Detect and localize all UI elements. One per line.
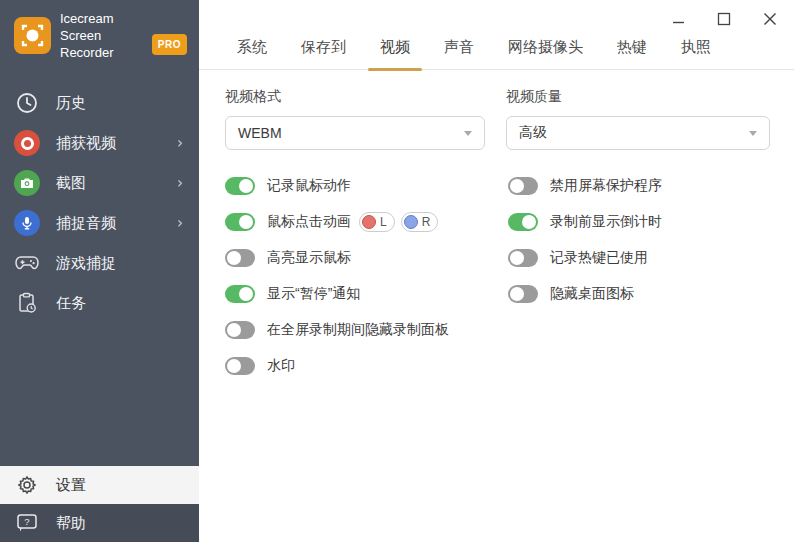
watermark-toggle[interactable]: [225, 357, 255, 375]
highlight-mouse-toggle[interactable]: [225, 249, 255, 267]
sidebar-bottom: 设置 ? 帮助: [0, 466, 199, 542]
video-quality-value: 高级: [519, 124, 547, 142]
left-click-letter: L: [380, 215, 387, 229]
sidebar-item-capture-video[interactable]: 捕获视频 ›: [0, 123, 199, 163]
toggle-row-show-pause-notification: 显示“暂停”通知: [225, 283, 508, 305]
toggle-label: 禁用屏幕保护程序: [550, 177, 662, 195]
gamepad-icon: [14, 250, 40, 276]
video-settings-content: 视频格式 WEBM 视频质量 高级: [199, 70, 794, 391]
minimize-button[interactable]: [666, 8, 690, 30]
toggle-label: 隐藏桌面图标: [550, 285, 634, 303]
disable-screensaver-toggle[interactable]: [508, 177, 538, 195]
sidebar: Icecream Screen Recorder PRO 历史 捕获视频 ›: [0, 0, 199, 542]
right-click-color-badge[interactable]: R: [401, 212, 439, 232]
screenshot-icon: [14, 170, 40, 196]
sidebar-item-label: 历史: [56, 94, 86, 113]
main-panel: 系统 保存到 视频 声音 网络摄像头 热键 执照 视频格式 WEBM 视频质量: [199, 0, 794, 542]
app-title-line1: Icecream: [60, 10, 187, 27]
gear-icon: [14, 474, 40, 496]
dropdown-arrow-icon: [464, 131, 472, 136]
toggle-row-hide-panel-fullscreen: 在全屏录制期间隐藏录制面板: [225, 319, 508, 341]
video-format-label: 视频格式: [225, 88, 506, 106]
sidebar-item-label: 设置: [56, 476, 86, 495]
toggle-row-mouse-click-animation: 鼠标点击动画 L R: [225, 211, 508, 233]
sidebar-item-help[interactable]: ? 帮助: [0, 504, 199, 542]
toggle-column-right: 禁用屏幕保护程序 录制前显示倒计时 记录热键已使用 隐藏桌面图标: [508, 175, 662, 391]
record-icon: [14, 130, 40, 156]
history-icon: [14, 90, 40, 116]
tab-video[interactable]: 视频: [378, 38, 412, 69]
app-logo-icon: [14, 17, 51, 54]
video-format-select[interactable]: WEBM: [225, 116, 485, 150]
sidebar-item-label: 截图: [56, 174, 86, 193]
toggle-row-countdown-before-recording: 录制前显示倒计时: [508, 211, 662, 233]
sidebar-item-game-capture[interactable]: 游戏捕捉: [0, 243, 199, 283]
toggle-label: 记录热键已使用: [550, 249, 648, 267]
video-quality-select[interactable]: 高级: [506, 116, 770, 150]
microphone-icon: [14, 210, 40, 236]
toggle-row-record-mouse-movements: 记录鼠标动作: [225, 175, 508, 197]
maximize-button[interactable]: [712, 8, 736, 30]
toggle-row-highlight-mouse: 高亮显示鼠标: [225, 247, 508, 269]
chevron-right-icon: ›: [177, 174, 183, 192]
close-button[interactable]: [758, 8, 782, 30]
toggle-row-disable-screensaver: 禁用屏幕保护程序: [508, 175, 662, 197]
sidebar-item-label: 帮助: [56, 514, 86, 533]
pro-badge: PRO: [152, 34, 187, 55]
sidebar-item-label: 游戏捕捉: [56, 254, 116, 273]
settings-tabs: 系统 保存到 视频 声音 网络摄像头 热键 执照: [199, 38, 794, 70]
toggle-column-left: 记录鼠标动作 鼠标点击动画 L R: [225, 175, 508, 391]
app-title: Icecream Screen Recorder PRO: [60, 10, 187, 61]
tab-hotkeys[interactable]: 热键: [615, 38, 649, 69]
app-title-line2: Screen Recorder: [60, 27, 146, 61]
toggle-label: 录制前显示倒计时: [550, 213, 662, 231]
toggle-label: 记录鼠标动作: [267, 177, 351, 195]
sidebar-item-tasks[interactable]: 任务: [0, 283, 199, 323]
toggle-label: 水印: [267, 357, 295, 375]
app-logo: Icecream Screen Recorder PRO: [0, 0, 199, 69]
record-mouse-movements-toggle[interactable]: [225, 177, 255, 195]
hide-desktop-icons-toggle[interactable]: [508, 285, 538, 303]
toggle-row-watermark: 水印: [225, 355, 508, 377]
toggle-label: 鼠标点击动画: [267, 213, 351, 231]
sidebar-menu: 历史 捕获视频 › 截图 ›: [0, 83, 199, 323]
hide-panel-fullscreen-toggle[interactable]: [225, 321, 255, 339]
show-pause-notification-toggle[interactable]: [225, 285, 255, 303]
video-quality-field: 视频质量 高级: [506, 88, 770, 150]
sidebar-item-settings[interactable]: 设置: [0, 466, 199, 504]
sidebar-item-label: 捕捉音频: [56, 214, 116, 233]
record-hotkeys-used-toggle[interactable]: [508, 249, 538, 267]
left-click-color-badge[interactable]: L: [359, 212, 395, 232]
toggle-label: 在全屏录制期间隐藏录制面板: [267, 321, 449, 339]
right-click-letter: R: [422, 215, 431, 229]
chevron-right-icon: ›: [177, 134, 183, 152]
window-controls: [666, 8, 782, 30]
sidebar-item-capture-audio[interactable]: 捕捉音频 ›: [0, 203, 199, 243]
video-quality-label: 视频质量: [506, 88, 770, 106]
sidebar-item-history[interactable]: 历史: [0, 83, 199, 123]
chevron-right-icon: ›: [177, 214, 183, 232]
mouse-click-color-badges: L R: [359, 212, 438, 232]
dropdown-arrow-icon: [749, 131, 757, 136]
tab-system[interactable]: 系统: [235, 38, 269, 69]
toggle-label: 显示“暂停”通知: [267, 285, 360, 303]
right-click-color-dot: [404, 215, 418, 229]
video-format-value: WEBM: [238, 125, 282, 141]
help-icon: ?: [14, 512, 40, 534]
video-format-field: 视频格式 WEBM: [225, 88, 506, 150]
app-window: Icecream Screen Recorder PRO 历史 捕获视频 ›: [0, 0, 794, 542]
tab-audio[interactable]: 声音: [442, 38, 476, 69]
left-click-color-dot: [362, 215, 376, 229]
toggle-row-hide-desktop-icons: 隐藏桌面图标: [508, 283, 662, 305]
tab-save-to[interactable]: 保存到: [299, 38, 348, 69]
tab-webcam[interactable]: 网络摄像头: [506, 38, 585, 69]
toggle-label: 高亮显示鼠标: [267, 249, 351, 267]
mouse-click-animation-toggle[interactable]: [225, 213, 255, 231]
tasks-icon: [14, 290, 40, 316]
sidebar-item-screenshot[interactable]: 截图 ›: [0, 163, 199, 203]
toggle-row-record-hotkeys-used: 记录热键已使用: [508, 247, 662, 269]
countdown-before-recording-toggle[interactable]: [508, 213, 538, 231]
tab-license[interactable]: 执照: [679, 38, 713, 69]
sidebar-item-label: 任务: [56, 294, 86, 313]
svg-text:?: ?: [24, 516, 29, 527]
